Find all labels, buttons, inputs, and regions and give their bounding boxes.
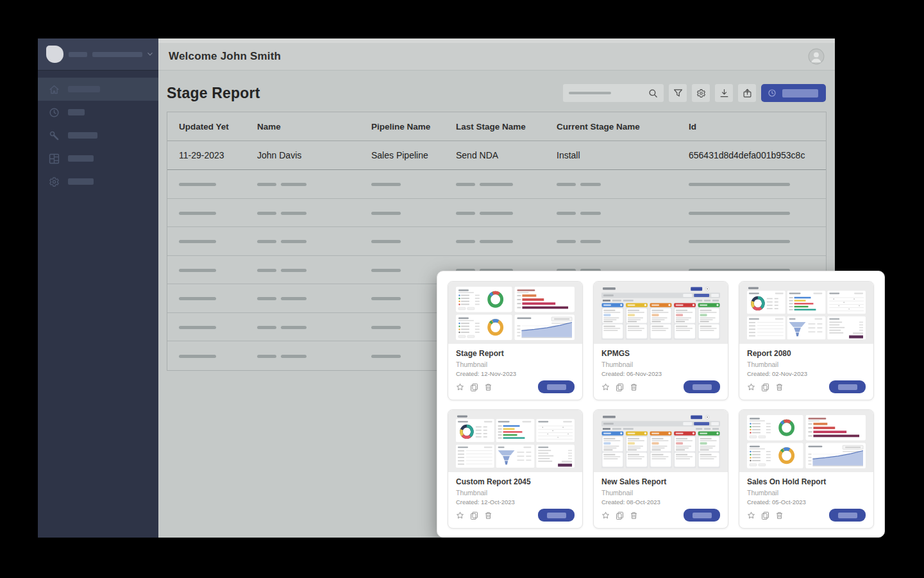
star-icon xyxy=(601,383,610,391)
card-body: Custom Report 2045 Thumbnail Created: 12… xyxy=(448,472,582,528)
open-report-button[interactable] xyxy=(684,380,720,393)
report-card-custom-report-2045[interactable]: Custom Report 2045 Thumbnail Created: 12… xyxy=(448,409,583,529)
settings-button[interactable] xyxy=(692,84,710,102)
column-header[interactable]: Last Stage Name xyxy=(444,122,545,132)
placeholder-bar xyxy=(281,326,307,329)
favorite-button[interactable] xyxy=(601,511,610,520)
report-card-report-2080[interactable]: Report 2080 Thumbnail Created: 02-Nov-20… xyxy=(739,281,874,400)
placeholder-bar xyxy=(257,355,276,358)
copy-button[interactable] xyxy=(616,383,624,391)
placeholder-bar xyxy=(693,513,712,518)
card-actions xyxy=(601,509,720,522)
favorite-button[interactable] xyxy=(456,383,464,391)
placeholder-bar xyxy=(257,240,276,243)
copy-button[interactable] xyxy=(470,511,478,520)
column-header[interactable]: Updated Yet xyxy=(167,122,246,132)
search-icon xyxy=(648,89,658,98)
delete-button[interactable] xyxy=(484,511,492,520)
trash-icon xyxy=(775,511,784,520)
star-icon xyxy=(747,383,755,391)
report-thumbnail-dashboard xyxy=(739,410,873,472)
upload-icon xyxy=(743,89,752,98)
copy-button[interactable] xyxy=(616,511,624,520)
table-header-row: Updated Yet Name Pipeline Name Last Stag… xyxy=(167,112,826,141)
sidebar-item-home[interactable] xyxy=(38,78,158,101)
sidebar-item-settings[interactable] xyxy=(38,170,158,193)
scheduled-reports-button[interactable] xyxy=(761,84,826,102)
open-report-button[interactable] xyxy=(829,509,866,522)
copy-button[interactable] xyxy=(761,511,769,520)
report-created-date: Created: 02-Nov-2023 xyxy=(747,370,866,377)
download-button[interactable] xyxy=(715,84,733,102)
placeholder-bar xyxy=(371,326,401,329)
placeholder-bar xyxy=(456,183,475,186)
star-icon xyxy=(747,511,755,520)
placeholder-bar xyxy=(179,297,216,300)
report-thumbnail-kanban xyxy=(594,282,728,344)
download-icon xyxy=(719,89,729,98)
sidebar xyxy=(38,38,158,538)
placeholder-bar xyxy=(547,513,566,518)
open-report-button[interactable] xyxy=(538,509,575,522)
delete-button[interactable] xyxy=(484,383,492,391)
column-header[interactable]: Name xyxy=(246,122,360,132)
placeholder-bar xyxy=(281,240,307,243)
favorite-button[interactable] xyxy=(747,511,755,520)
sidebar-header[interactable] xyxy=(38,38,158,71)
filter-button[interactable] xyxy=(669,84,687,102)
column-header[interactable]: Id xyxy=(677,122,826,132)
open-report-button[interactable] xyxy=(684,509,720,522)
favorite-button[interactable] xyxy=(601,383,610,391)
open-report-button[interactable] xyxy=(829,380,866,393)
upload-button[interactable] xyxy=(738,84,756,102)
avatar[interactable] xyxy=(808,48,825,65)
placeholder-bar xyxy=(179,355,216,358)
delete-button[interactable] xyxy=(630,383,638,391)
table-placeholder-row xyxy=(167,227,826,256)
card-body: Report 2080 Thumbnail Created: 02-Nov-20… xyxy=(739,344,873,400)
report-thumbnail-grid xyxy=(448,410,582,472)
report-card-stage-report[interactable]: Stage Report Thumbnail Created: 12-Nov-2… xyxy=(448,281,583,400)
delete-button[interactable] xyxy=(775,511,784,520)
delete-button[interactable] xyxy=(775,383,784,391)
placeholder-bar xyxy=(92,52,142,57)
column-header[interactable]: Pipeline Name xyxy=(360,122,444,132)
placeholder-bar xyxy=(782,89,818,98)
column-header[interactable]: Current Stage Name xyxy=(545,122,677,132)
placeholder-bar xyxy=(68,178,94,185)
card-body: New Sales Report Thumbnail Created: 08-O… xyxy=(594,472,728,528)
delete-button[interactable] xyxy=(630,511,638,520)
placeholder-bar xyxy=(569,92,611,94)
page-title: Stage Report xyxy=(167,85,260,102)
report-title: Custom Report 2045 xyxy=(456,477,575,486)
report-card-kpmgs[interactable]: KPMGS Thumbnail Created: 06-Nov-2023 xyxy=(593,281,728,400)
report-thumbnail-grid xyxy=(739,282,873,344)
copy-button[interactable] xyxy=(761,383,769,391)
placeholder-bar xyxy=(257,297,276,300)
sidebar-item-boards[interactable] xyxy=(38,147,158,170)
sidebar-item-history[interactable] xyxy=(38,101,158,124)
placeholder-bar xyxy=(257,212,276,215)
report-card-sales-on-hold[interactable]: Sales On Hold Report Thumbnail Created: … xyxy=(739,409,874,529)
app-logo-icon xyxy=(46,46,63,63)
sidebar-item-tools[interactable] xyxy=(38,124,158,147)
chevron-down-icon[interactable] xyxy=(147,52,153,56)
favorite-button[interactable] xyxy=(747,383,755,391)
placeholder-bar xyxy=(580,212,601,215)
favorite-button[interactable] xyxy=(456,511,464,520)
report-subtitle: Thumbnail xyxy=(747,489,866,497)
placeholder-bar xyxy=(456,212,475,215)
placeholder-bar xyxy=(179,269,216,272)
report-subtitle: Thumbnail xyxy=(747,361,866,368)
search-input[interactable] xyxy=(563,84,664,102)
placeholder-bar xyxy=(179,183,216,186)
cell-updated: 11-29-2023 xyxy=(167,150,246,160)
placeholder-bar xyxy=(371,183,401,186)
card-body: Stage Report Thumbnail Created: 12-Nov-2… xyxy=(448,344,582,400)
copy-button[interactable] xyxy=(470,383,478,391)
report-created-date: Created: 06-Nov-2023 xyxy=(601,370,720,377)
report-card-new-sales-report[interactable]: New Sales Report Thumbnail Created: 08-O… xyxy=(593,409,728,529)
report-title: Report 2080 xyxy=(747,349,866,358)
table-row[interactable]: 11-29-2023 John Davis Sales Pipeline Sen… xyxy=(167,141,826,170)
open-report-button[interactable] xyxy=(538,380,575,393)
